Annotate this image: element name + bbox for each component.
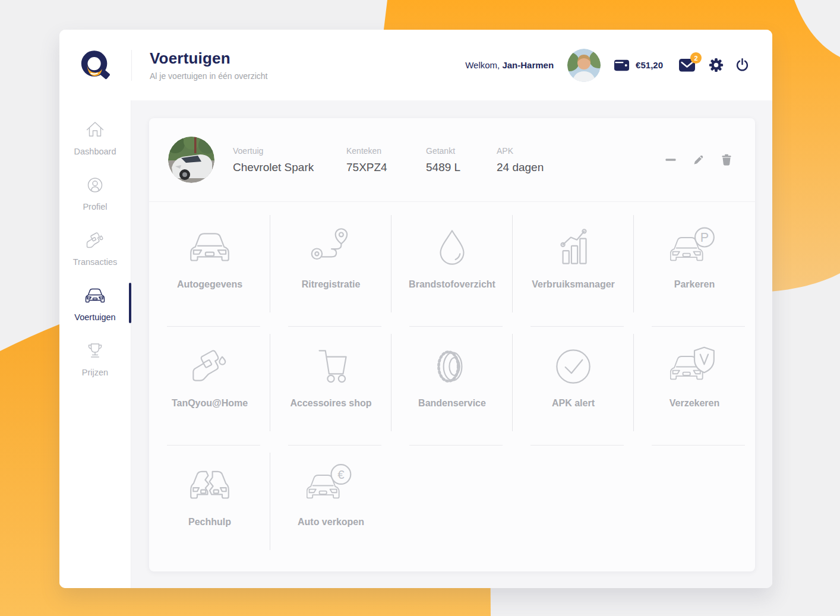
tile-verbruiksmanager[interactable]: Verbruiksmanager bbox=[513, 208, 634, 327]
tile-label: Accessoires shop bbox=[290, 398, 372, 409]
car-icon bbox=[185, 223, 234, 272]
field-value: 75XPZ4 bbox=[346, 161, 426, 174]
vehicle-photo bbox=[168, 137, 214, 183]
field-value: 24 dagen bbox=[497, 161, 544, 174]
tile-label: Pechhulp bbox=[188, 517, 231, 527]
field-label: Getankt bbox=[426, 146, 497, 156]
field-label: Voertuig bbox=[233, 146, 346, 156]
trophy-icon bbox=[83, 339, 107, 363]
field-value: 5489 L bbox=[426, 161, 497, 174]
settings-button[interactable] bbox=[709, 58, 724, 72]
cart-icon bbox=[307, 342, 355, 391]
content-area: Voertuig Chevrolet Spark Kenteken 75XPZ4… bbox=[131, 100, 772, 588]
tile-label: Brandstofoverzicht bbox=[409, 279, 495, 290]
title-block: Voertuigen Al je voertuigen in één overz… bbox=[132, 49, 267, 81]
sidebar-item-transacties[interactable]: Transacties bbox=[59, 229, 131, 267]
gear-icon bbox=[709, 58, 724, 72]
tile-pechhulp[interactable]: Pechhulp bbox=[149, 446, 270, 564]
tile-autogegevens[interactable]: Autogegevens bbox=[149, 208, 270, 327]
avatar-photo bbox=[567, 49, 601, 82]
wallet-icon bbox=[614, 57, 630, 73]
person-icon bbox=[83, 173, 107, 197]
tile-label: Ritregistratie bbox=[302, 279, 361, 290]
vehicle-summary-row: Voertuig Chevrolet Spark Kenteken 75XPZ4… bbox=[149, 118, 755, 202]
action-button-edit[interactable] bbox=[693, 154, 705, 166]
tile-tanqyou-home[interactable]: TanQyou@Home bbox=[149, 327, 270, 446]
action-button-remove[interactable] bbox=[665, 154, 677, 166]
app-logo[interactable] bbox=[59, 48, 131, 83]
app-header: Voertuigen Al je voertuigen in één overz… bbox=[59, 30, 772, 100]
welcome-text: Welkom, Jan-Harmen bbox=[465, 60, 554, 70]
active-indicator bbox=[129, 283, 131, 323]
tile-label: Autogegevens bbox=[177, 279, 242, 290]
car-icon bbox=[83, 284, 107, 308]
logout-button[interactable] bbox=[735, 58, 750, 72]
tile-label: Bandenservice bbox=[418, 398, 486, 409]
car-euro-icon bbox=[307, 461, 355, 510]
service-tiles: Autogegevens Ritregistratie Brandstofove… bbox=[149, 202, 755, 571]
wallet-balance[interactable]: €51,20 bbox=[614, 57, 663, 73]
tile-verzekeren[interactable]: Verzekeren bbox=[634, 327, 755, 446]
edit-icon bbox=[693, 154, 705, 166]
trash-icon bbox=[721, 154, 732, 166]
user-avatar[interactable] bbox=[567, 49, 601, 82]
sidebar-item-prijzen[interactable]: Prijzen bbox=[59, 339, 131, 377]
tile-label: Parkeren bbox=[674, 279, 715, 290]
tanqyou-logo-icon bbox=[78, 48, 113, 83]
minus-icon bbox=[665, 154, 677, 166]
tire-icon bbox=[428, 342, 476, 391]
mail-button[interactable]: 2 bbox=[678, 58, 696, 72]
balance-amount: €51,20 bbox=[636, 60, 663, 70]
vehicle-field: Getankt 5489 L bbox=[426, 146, 497, 174]
tile-brandstofoverzicht[interactable]: Brandstofoverzicht bbox=[391, 208, 513, 327]
tile-bandenservice[interactable]: Bandenservice bbox=[391, 327, 513, 446]
vehicle-field: APK 24 dagen bbox=[497, 146, 544, 174]
drop-icon bbox=[428, 223, 476, 272]
tile-auto-verkopen[interactable]: Auto verkopen bbox=[270, 446, 391, 564]
vehicle-actions bbox=[665, 154, 732, 166]
tile-ritregistratie[interactable]: Ritregistratie bbox=[270, 208, 391, 327]
car-shield-icon bbox=[670, 342, 719, 391]
tile-parkeren[interactable]: Parkeren bbox=[634, 208, 755, 327]
car-crash-icon bbox=[185, 461, 234, 510]
tile-accessoires-shop[interactable]: Accessoires shop bbox=[270, 327, 391, 446]
field-value: Chevrolet Spark bbox=[233, 161, 346, 174]
tile-label: Verbruiksmanager bbox=[532, 279, 615, 290]
action-button-delete[interactable] bbox=[721, 154, 732, 166]
sidebar-item-dashboard[interactable]: Dashboard bbox=[59, 118, 131, 156]
tile-label: TanQyou@Home bbox=[172, 398, 248, 409]
nozzle-icon bbox=[185, 342, 234, 391]
sidebar: Dashboard Profiel Transacties bbox=[59, 100, 131, 588]
parking-icon bbox=[670, 223, 719, 272]
tile-label: APK alert bbox=[552, 398, 595, 409]
page-title: Voertuigen bbox=[150, 49, 267, 68]
vehicle-field: Kenteken 75XPZ4 bbox=[346, 146, 426, 174]
mail-badge: 2 bbox=[690, 52, 702, 64]
nozzle-icon bbox=[83, 229, 107, 252]
tile-apk-alert[interactable]: APK alert bbox=[513, 327, 634, 446]
field-label: APK bbox=[497, 146, 544, 156]
vehicle-field: Voertuig Chevrolet Spark bbox=[233, 146, 346, 174]
home-icon bbox=[83, 118, 107, 142]
tile-label: Verzekeren bbox=[670, 398, 720, 409]
page-subtitle: Al je voertuigen in één overzicht bbox=[150, 71, 267, 81]
sidebar-item-profiel[interactable]: Profiel bbox=[59, 173, 131, 211]
user-name: Jan-Harmen bbox=[502, 60, 554, 70]
sidebar-item-voertuigen[interactable]: Voertuigen bbox=[59, 284, 131, 322]
header-actions: Welkom, Jan-Harmen €51,20 bbox=[465, 49, 772, 82]
check-circle-icon bbox=[549, 342, 598, 391]
app-window: Voertuigen Al je voertuigen in één overz… bbox=[59, 30, 772, 588]
vehicle-fields: Voertuig Chevrolet Spark Kenteken 75XPZ4… bbox=[233, 146, 544, 174]
field-label: Kenteken bbox=[346, 146, 426, 156]
power-icon bbox=[735, 58, 750, 72]
route-icon bbox=[307, 223, 355, 272]
tile-label: Auto verkopen bbox=[298, 517, 364, 527]
vehicle-card: Voertuig Chevrolet Spark Kenteken 75XPZ4… bbox=[149, 118, 755, 571]
chart-icon bbox=[549, 223, 598, 272]
